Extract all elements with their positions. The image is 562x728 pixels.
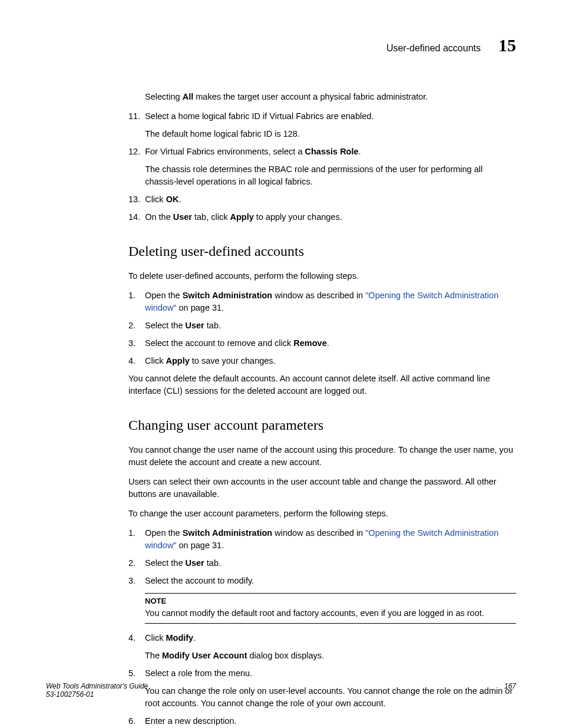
list-item: 4. Click Apply to save your changes.: [128, 355, 516, 367]
paragraph: You cannot delete the default accounts. …: [128, 373, 516, 397]
note-body: You cannot modify the default root and f…: [145, 607, 516, 620]
list-item: 14. On the User tab, click Apply to appl…: [128, 211, 516, 223]
list-item: 13. Click OK.: [128, 193, 516, 206]
header-section-title: User-defined accounts: [386, 43, 481, 54]
list-item: 2. Select the User tab.: [128, 319, 516, 332]
paragraph: To change the user account parameters, p…: [128, 508, 516, 520]
list-item: 12. For Virtual Fabrics environments, se…: [128, 146, 516, 188]
paragraph: Users can select their own accounts in t…: [128, 476, 516, 500]
main-content: Selecting All makes the target user acco…: [128, 91, 516, 727]
note-rule-top: [145, 593, 516, 594]
paragraph: To delete user-defined accounts, perform…: [128, 270, 516, 282]
paragraph: You cannot change the user name of the a…: [128, 444, 516, 469]
footer-page-number: 167: [504, 682, 516, 699]
footer-guide-title: Web Tools Administrator's Guide: [46, 682, 148, 690]
list-item: 2. Select the User tab.: [128, 557, 516, 569]
heading-deleting: Deleting user-defined accounts: [128, 241, 516, 262]
heading-changing: Changing user account parameters: [128, 415, 516, 436]
note-rule-bottom: [145, 623, 516, 624]
list-item: 3. Select the account to remove and clic…: [128, 337, 516, 350]
note-label: NOTE: [145, 596, 516, 607]
intro-paragraph: Selecting All makes the target user acco…: [145, 91, 516, 103]
list-item: 1. Open the Switch Administration window…: [128, 289, 516, 314]
list-item: 11. Select a home logical fabric ID if V…: [128, 110, 516, 140]
list-item: 6. Enter a new description.: [128, 715, 516, 727]
footer-doc-number: 53-1002756-01: [46, 690, 148, 699]
list-item: 3. Select the account to modify. NOTE Yo…: [128, 575, 516, 624]
page-header: User-defined accounts 15: [46, 35, 516, 55]
list-item: 1. Open the Switch Administration window…: [128, 527, 516, 552]
page-footer: Web Tools Administrator's Guide 53-10027…: [46, 682, 516, 699]
note-block: NOTE You cannot modify the default root …: [145, 593, 516, 624]
chapter-number: 15: [498, 35, 516, 55]
list-item: 4. Click Modify. The Modify User Account…: [128, 632, 516, 662]
